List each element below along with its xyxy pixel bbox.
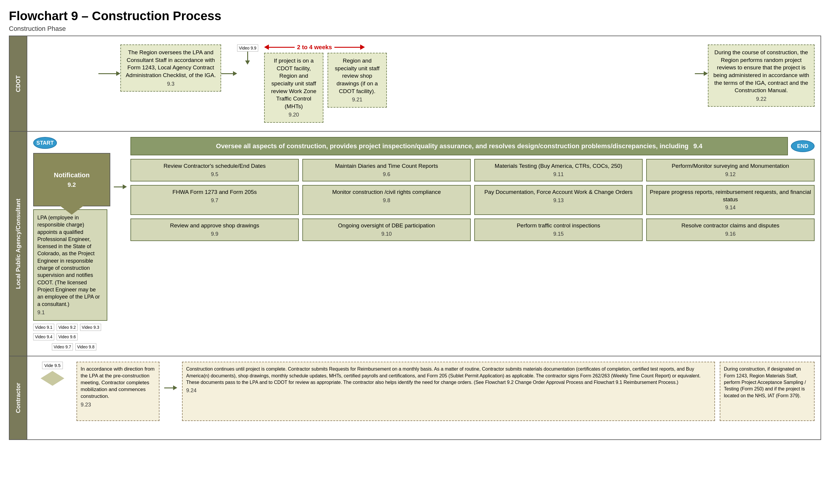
cdot-box922-num: 9.22 [712,95,810,102]
contractor-box-924: Construction continues until project is … [182,362,715,421]
task-916-text: Resolve contractor claims and disputes [681,222,779,228]
oversee-box: Oversee all aspects of construction, pro… [130,137,788,155]
cdot-box-920: If project is on a CDOT facility, Region… [264,53,323,123]
task-96-num: 9.6 [306,171,467,178]
red-line: 2 to 4 weeks [269,47,360,48]
tasks-grid: Review Contractor's schedule/End Dates 9… [130,159,815,241]
task-914-text: Prepare progress reports, reimbursement … [650,189,811,202]
contractor-box924-num: 9.24 [186,387,711,394]
notification-label: Notification [54,171,90,179]
contractor-lane-label: Contractor [15,383,22,413]
task-98-text: Monitor construction /civil rights compl… [332,189,441,195]
cdot-box-921: Region and specialty unit staff review s… [327,53,387,123]
task-95-text: Review Contractor's schedule/End Dates [164,163,266,169]
cdot-box920-text: If project is on a CDOT facility, Region… [271,58,317,109]
lpa-box-91: LPA (employee in responsible charge) app… [33,209,107,321]
cdot-lane-content: The Region oversees the LPA and Consulta… [27,36,821,131]
flowchart-container: CDOT The Region oversees the LPA and Con… [9,36,821,440]
lpa-video-93[interactable]: Video 9.3 [80,324,101,331]
start-button[interactable]: START [33,137,57,149]
lpa-right-block: Oversee all aspects of construction, pro… [130,137,815,241]
cdot-down-arrow [245,61,250,65]
cdot-vert-line [247,52,248,61]
cdot-box921-text: Region and specialty unit staff review s… [335,58,380,94]
lpa-to-oversee-arrow [114,184,127,189]
task-box-912[interactable]: Perform/Monitor surveying and Monumentat… [646,159,815,182]
cdot-box-93: The Region oversees the LPA and Consulta… [120,44,221,92]
oversee-text: Oversee all aspects of construction, pro… [216,142,689,150]
task-912-text: Perform/Monitor surveying and Monumentat… [672,163,789,169]
lpa-video-91[interactable]: Video 9.1 [33,324,54,331]
lpa-left-col: START Notification 9.2 LPA (employee in [33,137,110,350]
lpa-video-92[interactable]: Video 9.2 [57,324,78,331]
contractor-box-right: During construction, if designated on Fo… [720,362,815,421]
task-box-95[interactable]: Review Contractor's schedule/End Dates 9… [130,159,299,182]
cdot-lane: CDOT The Region oversees the LPA and Con… [9,36,821,132]
cdot-red-arrow-row: 2 to 4 weeks [264,44,365,50]
task-box-99[interactable]: Review and approve shop drawings 9.9 [130,219,299,241]
task-box-910[interactable]: Ongoing oversight of DBE participation 9… [302,219,471,241]
lpa-video-94[interactable]: Video 9.4 [33,333,54,340]
cdot-box920-num: 9.20 [268,111,319,118]
task-97-text: FHWA Form 1273 and Form 205s [172,189,257,195]
task-910-num: 9.10 [306,231,467,238]
cdot-weeks-boxes: 2 to 4 weeks If project is on a CDOT fac… [264,44,695,123]
task-910-text: Ongoing oversight of DBE participation [338,222,435,228]
task-99-text: Review and approve shop drawings [170,222,259,228]
contractor-vid95[interactable]: Vide 9.5 [42,362,63,369]
lpa-video-96[interactable]: Video 9.6 [57,333,78,340]
page-title: Flowchart 9 – Construction Process [9,9,821,23]
contractor-lane: Contractor Vide 9.5 In accordance with d… [9,356,821,439]
cdot-arrow3 [695,71,708,76]
task-box-913[interactable]: Pay Documentation, Force Account Work & … [474,185,643,215]
task-911-text: Materials Testing (Buy America, CTRs, CO… [495,163,622,169]
contractor-diamond [41,371,64,386]
task-916-num: 9.16 [650,231,811,238]
cdot-box921-num: 9.21 [332,96,383,103]
lpa-video-97[interactable]: Video 9.7 [52,343,73,350]
notification-num: 9.2 [68,182,76,188]
lpa-lane-content: START Notification 9.2 LPA (employee in [27,132,821,356]
task-box-96[interactable]: Maintain Diaries and Time Count Reports … [302,159,471,182]
task-box-97[interactable]: FHWA Form 1273 and Form 205s 9.7 [130,185,299,215]
contractor-box924-text: Construction continues until project is … [186,367,700,385]
cdot-box93-num: 9.3 [125,80,217,88]
cdot-box93-text: The Region oversees the LPA and Consulta… [126,49,216,78]
start-label: START [36,140,54,146]
lpa-box91-text: LPA (employee in responsible charge) app… [37,215,100,307]
contractor-left: Vide 9.5 [33,362,72,386]
task-box-98[interactable]: Monitor construction /civil rights compl… [302,185,471,215]
contractor-box923-num: 9.23 [81,401,155,408]
cdot-notification-space [33,44,98,116]
cdot-lane-label-wrap: CDOT [9,36,27,131]
task-99-num: 9.9 [134,231,295,238]
lpa-video-row2: Video 9.7 Video 9.8 [33,343,110,350]
cdot-arrow1 [98,71,120,76]
end-label: END [797,143,808,150]
cdot-video-down: Video 9.9 [237,44,258,65]
contractor-lane-label-wrap: Contractor [9,356,27,439]
contractor-box923-text: In accordance with direction from the LP… [81,366,154,399]
oversee-num: 9.4 [693,142,703,150]
task-box-911[interactable]: Materials Testing (Buy America, CTRs, CO… [474,159,643,182]
task-913-text: Pay Documentation, Force Account Work & … [484,189,633,195]
task-915-text: Perform traffic control inspections [517,222,600,228]
end-button[interactable]: END [791,140,815,152]
notification-box: Notification 9.2 [33,153,110,206]
lpa-box91-num: 9.1 [37,309,103,316]
task-98-num: 9.8 [306,197,467,204]
lpa-lane-label-wrap: Local Public Agency/Consultant [9,132,27,356]
contractor-lane-content: Vide 9.5 In accordance with direction fr… [27,356,821,439]
task-box-914[interactable]: Prepare progress reports, reimbursement … [646,185,815,215]
task-912-num: 9.12 [650,171,811,178]
task-box-915[interactable]: Perform traffic control inspections 9.15 [474,219,643,241]
cdot-box922-text: During the course of construction, the R… [713,49,809,93]
task-911-num: 9.11 [478,171,639,178]
task-913-num: 9.13 [478,197,639,204]
task-915-num: 9.15 [478,231,639,238]
contractor-box-right-text: During construction, if designated on Fo… [724,367,806,398]
cdot-box-922: During the course of construction, the R… [708,44,815,107]
contractor-box-923: In accordance with direction from the LP… [76,362,159,421]
task-box-916[interactable]: Resolve contractor claims and disputes 9… [646,219,815,241]
lpa-video-98[interactable]: Video 9.8 [75,343,96,350]
